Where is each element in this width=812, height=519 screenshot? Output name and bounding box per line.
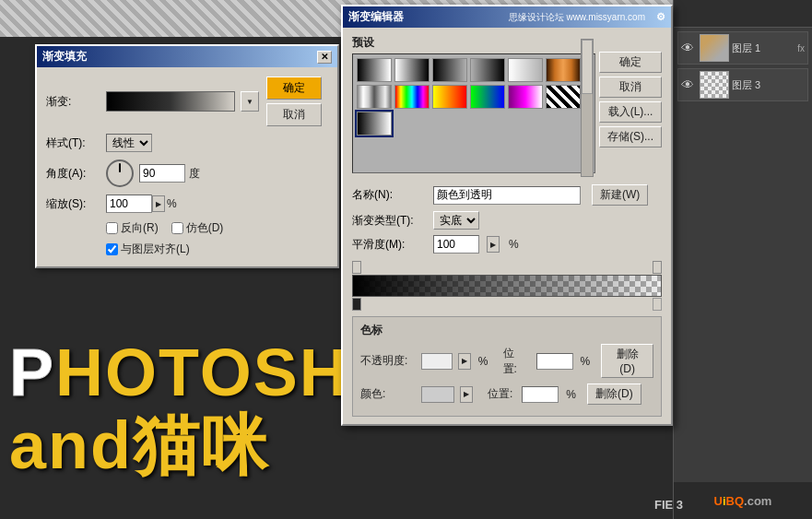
opacity-stop-left[interactable] — [352, 261, 361, 274]
fill-checkbox-row1: 反向(R) 仿色(D) — [106, 220, 328, 236]
ge-color-unit: % — [566, 388, 576, 401]
dialog-gradient-fill: 渐变填充 ✕ 渐变: ▼ 确定 取消 样式(T): 线性 角度(A): 90 度 — [35, 44, 339, 268]
fill-dialog-body: 渐变: ▼ 确定 取消 样式(T): 线性 角度(A): 90 度 缩放(S): — [37, 67, 337, 266]
ge-type-select[interactable]: 实底 — [433, 211, 479, 230]
fill-scale-unit: % — [167, 197, 177, 210]
fill-reverse-label[interactable]: 反向(R) — [106, 220, 159, 236]
fie-text: FIE 3 — [654, 498, 683, 512]
dialog-gradient-editor: 渐变编辑器 思缘设计论坛 www.missyarn.com ⚙ 预设 — [341, 5, 673, 426]
ge-title-text: 渐变编辑器 — [348, 9, 404, 25]
preset-scrollbar-thumb[interactable] — [582, 53, 593, 94]
preset-bw[interactable] — [357, 58, 392, 82]
ge-new-button[interactable]: 新建(W) — [592, 184, 648, 206]
preset-green-blue[interactable] — [470, 85, 505, 109]
fill-style-label: 样式(T): — [46, 136, 106, 151]
fill-reverse-text: 反向(R) — [121, 220, 159, 236]
ge-body: 预设 — [343, 28, 671, 424]
layer-item-3[interactable]: 👁 图层 3 — [677, 68, 808, 101]
ge-opacity-pos-label: 位置: — [503, 346, 527, 377]
opacity-stop-right[interactable] — [653, 261, 662, 274]
ge-type-row: 渐变类型(T): 实底 — [352, 211, 662, 230]
ge-gear-icon[interactable]: ⚙ — [656, 11, 665, 23]
fill-angle-unit: 度 — [189, 166, 200, 182]
gradient-bar[interactable] — [352, 275, 662, 297]
layer-fx-1: fx — [797, 43, 805, 53]
ge-color-label: 颜色: — [360, 386, 416, 402]
ge-opacity-pos-input[interactable] — [536, 353, 573, 370]
preset-wt[interactable] — [508, 58, 543, 82]
ge-opacity-arrow[interactable]: ▶ — [458, 353, 470, 370]
fill-dialog-titlebar[interactable]: 渐变填充 ✕ — [37, 46, 337, 67]
ge-type-label: 渐变类型(T): — [352, 213, 426, 229]
preset-stripe[interactable] — [546, 85, 581, 109]
ge-load-button[interactable]: 载入(L)... — [599, 101, 662, 123]
preset-bw-2[interactable] — [357, 112, 392, 136]
fill-style-row: 样式(T): 线性 — [46, 134, 328, 152]
ge-color-pos-input[interactable] — [522, 386, 559, 403]
fill-scale-row: 缩放(S): ▶ % — [46, 195, 328, 213]
ge-name-input[interactable] — [433, 186, 581, 205]
fill-align-text: 与图层对齐(L) — [121, 242, 190, 257]
ge-smooth-input[interactable] — [433, 235, 479, 254]
ge-opacity-label: 不透明度: — [360, 353, 416, 369]
fill-align-checkbox[interactable] — [106, 243, 118, 255]
ge-save-button[interactable]: 存储(S)... — [599, 126, 662, 147]
fill-dialog-close[interactable]: ✕ — [317, 51, 332, 64]
fill-angle-dial[interactable] — [106, 159, 134, 187]
preset-rainbow[interactable] — [394, 85, 430, 109]
ge-color-preview[interactable] — [421, 386, 454, 403]
gradient-bar-container — [352, 259, 662, 313]
canvas-text-line2: and猫咪 — [0, 409, 269, 482]
fill-angle-label: 角度(A): — [46, 166, 106, 182]
ge-opacity-row: 不透明度: ▶ % 位置: % 删除(D) — [360, 344, 653, 378]
layer-thumb-1 — [700, 34, 729, 62]
ge-color-pos-label: 位置: — [488, 386, 512, 402]
layer-visibility-3[interactable]: 👁 — [678, 69, 697, 100]
preset-tb[interactable] — [470, 58, 505, 82]
fill-scale-label: 缩放(S): — [46, 196, 106, 212]
ge-right-buttons: 确定 取消 载入(L)... 存储(S)... — [599, 52, 662, 147]
preset-purple[interactable] — [508, 85, 543, 109]
ge-smooth-arrow[interactable]: ▶ — [487, 236, 500, 253]
fill-gradient-dropdown[interactable]: ▼ — [241, 91, 259, 112]
ge-opacity-unit2: % — [581, 355, 591, 368]
fill-checkbox-row2: 与图层对齐(L) — [106, 242, 328, 257]
preset-yellow-red[interactable] — [432, 85, 467, 109]
right-panel: 👁 图层 1 fx 👁 图层 3 UiBQ.com — [673, 0, 812, 519]
ge-name-label: 名称(N): — [352, 187, 426, 203]
color-stop-left[interactable] — [352, 298, 361, 311]
ge-delete-color-button[interactable]: 删除(D) — [587, 383, 641, 405]
ge-top-area: 预设 — [352, 35, 662, 181]
color-stop-right[interactable] — [653, 298, 662, 311]
fill-scale-input[interactable] — [106, 195, 152, 213]
fill-dither-text: 仿色(D) — [186, 220, 224, 236]
fill-gradient-preview[interactable] — [106, 91, 235, 112]
fill-dither-checkbox[interactable] — [171, 222, 183, 234]
ge-titlebar[interactable]: 渐变编辑器 思缘设计论坛 www.missyarn.com ⚙ — [343, 6, 671, 28]
preset-chroml[interactable] — [357, 85, 392, 109]
layer-thumb-3 — [700, 71, 729, 99]
ge-color-section: 色标 不透明度: ▶ % 位置: % 删除(D) 颜色: ▶ 位置: % 删除(… — [352, 316, 662, 417]
preset-bt[interactable] — [432, 58, 467, 82]
fill-angle-input[interactable]: 90 — [139, 164, 185, 183]
ge-delete-opacity-button[interactable]: 删除(D) — [601, 344, 653, 378]
ge-preset-area[interactable] — [352, 53, 595, 173]
ge-cancel-button[interactable]: 取消 — [599, 77, 662, 98]
layer-visibility-1[interactable]: 👁 — [678, 32, 697, 64]
ge-ok-button[interactable]: 确定 — [599, 52, 662, 73]
bottom-bar-text: FIE 3 — [654, 498, 683, 512]
ge-color-section-title: 色标 — [360, 323, 653, 338]
fill-ok-button[interactable]: 确定 — [266, 77, 322, 100]
fill-scale-arrow[interactable]: ▶ — [152, 195, 165, 212]
preset-scrollbar[interactable] — [581, 53, 594, 173]
preset-wb[interactable] — [394, 58, 430, 82]
ge-color-arrow[interactable]: ▶ — [460, 386, 473, 403]
preset-copper[interactable] — [546, 58, 581, 82]
fill-style-select[interactable]: 线性 — [106, 134, 152, 152]
panel-top-bar — [674, 0, 812, 28]
layer-item-1[interactable]: 👁 图层 1 fx — [677, 31, 808, 65]
fill-reverse-checkbox[interactable] — [106, 222, 118, 234]
ge-preset-label: 预设 — [352, 35, 595, 51]
fill-cancel-button[interactable]: 取消 — [266, 103, 322, 126]
fill-dither-label[interactable]: 仿色(D) — [171, 220, 224, 236]
